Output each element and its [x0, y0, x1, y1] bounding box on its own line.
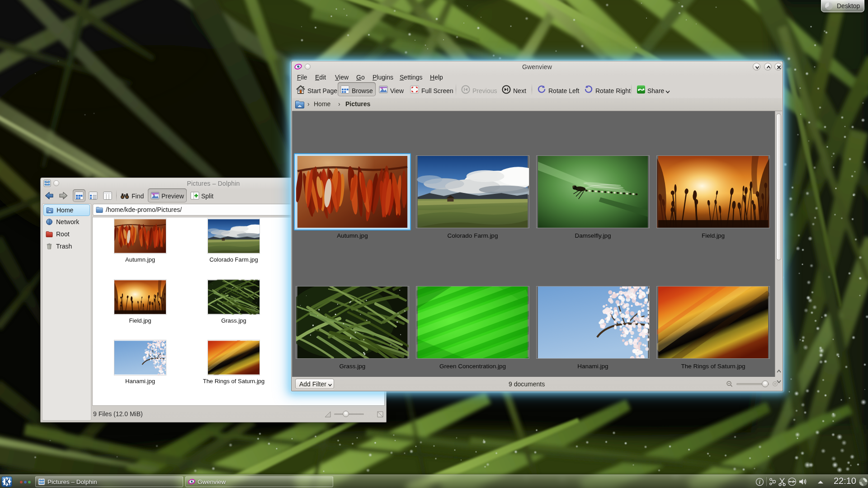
svg-text:i: i — [759, 479, 761, 485]
